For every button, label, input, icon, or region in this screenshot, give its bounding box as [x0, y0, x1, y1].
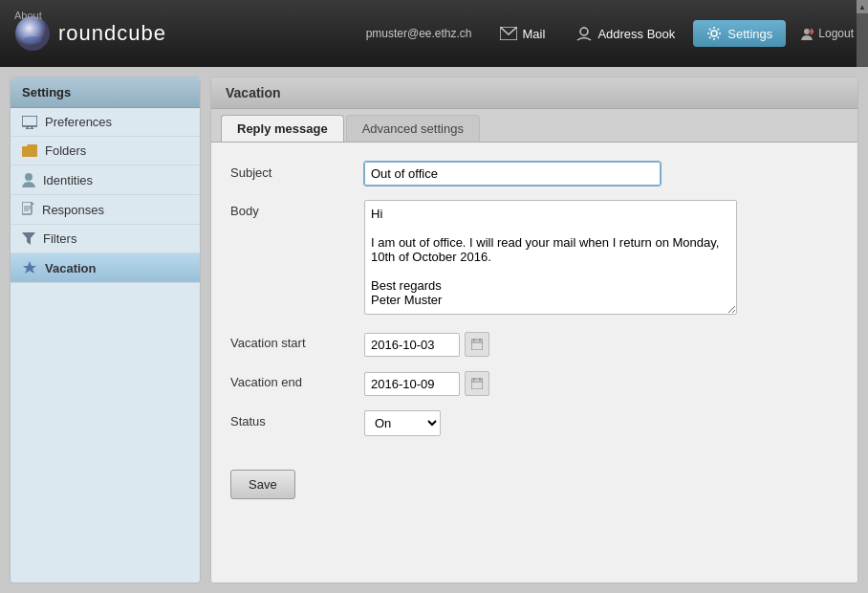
- body-control: [364, 200, 838, 318]
- sidebar-responses-label: Responses: [42, 203, 104, 217]
- logout-icon: [800, 27, 814, 40]
- scroll-up-button[interactable]: ▲: [857, 0, 868, 13]
- vacation-start-input[interactable]: [364, 333, 460, 357]
- vacation-start-calendar-button[interactable]: [465, 332, 489, 357]
- sidebar-title: Settings: [11, 77, 200, 108]
- about-link[interactable]: About: [14, 10, 42, 21]
- vacation-end-row: Vacation end: [230, 371, 838, 396]
- sidebar-item-preferences[interactable]: Preferences: [11, 108, 200, 137]
- status-select[interactable]: On Off: [364, 410, 441, 436]
- content-header: Vacation: [211, 77, 857, 109]
- subject-input[interactable]: [364, 162, 661, 186]
- status-row: Status On Off: [230, 410, 838, 436]
- calendar-icon-end: [471, 378, 483, 389]
- calendar-icon: [471, 339, 483, 350]
- settings-icon: [706, 26, 722, 41]
- folder-icon: [22, 144, 37, 157]
- logo-text: roundcube: [58, 21, 166, 46]
- vacation-start-label: Vacation start: [230, 332, 364, 350]
- topbar: About roundcube pmuster@ee.ethz.ch Mai: [0, 0, 868, 67]
- svg-point-3: [580, 28, 588, 35]
- sidebar-filters-label: Filters: [43, 231, 76, 246]
- form-area: Subject Body Vacation start: [211, 143, 857, 582]
- filter-icon: [22, 232, 35, 245]
- svg-rect-6: [22, 116, 37, 126]
- vacation-start-row: Vacation start: [230, 332, 838, 357]
- body-textarea[interactable]: [364, 200, 737, 315]
- subject-row: Subject: [230, 162, 838, 186]
- content-panel: Vacation Reply message Advanced settings…: [210, 77, 858, 583]
- sidebar-identities-label: Identities: [43, 173, 93, 187]
- save-button[interactable]: Save: [230, 470, 295, 499]
- svg-point-0: [15, 16, 50, 51]
- mail-icon: [500, 27, 517, 40]
- sidebar-item-vacation[interactable]: Vacation: [11, 253, 200, 283]
- doc-icon: [22, 202, 34, 217]
- tab-reply-message[interactable]: Reply message: [221, 115, 344, 142]
- monitor-icon: [22, 116, 37, 129]
- svg-point-1: [23, 36, 42, 44]
- nav-mail-label: Mail: [523, 27, 546, 41]
- subject-label: Subject: [230, 162, 364, 180]
- vacation-icon: [22, 260, 37, 275]
- user-email: pmuster@ee.ethz.ch: [366, 27, 472, 40]
- sidebar-vacation-label: Vacation: [45, 261, 96, 275]
- sidebar: Settings Preferences Folders Identities: [10, 77, 201, 583]
- sidebar-item-responses[interactable]: Responses: [11, 195, 200, 225]
- nav-mail[interactable]: Mail: [487, 21, 559, 47]
- topbar-scrollbar: ▲: [857, 0, 868, 67]
- main: Settings Preferences Folders Identities: [0, 67, 868, 593]
- addressbook-icon: [576, 26, 592, 41]
- svg-point-4: [711, 31, 717, 36]
- sidebar-item-identities[interactable]: Identities: [11, 165, 200, 195]
- status-control: On Off: [364, 410, 838, 436]
- svg-rect-19: [471, 379, 483, 389]
- nav-addressbook[interactable]: Address Book: [563, 20, 688, 47]
- vacation-end-calendar-button[interactable]: [465, 371, 489, 396]
- logout-button[interactable]: Logout: [800, 27, 854, 40]
- nav-right: pmuster@ee.ethz.ch Mail Address Book Set…: [366, 20, 854, 47]
- subject-control: [364, 162, 838, 186]
- vacation-end-input[interactable]: [364, 372, 460, 396]
- logout-label: Logout: [818, 27, 854, 40]
- nav-settings[interactable]: Settings: [693, 20, 786, 47]
- sidebar-preferences-label: Preferences: [45, 115, 112, 129]
- sidebar-item-folders[interactable]: Folders: [11, 137, 200, 165]
- svg-point-10: [25, 173, 33, 181]
- vacation-start-control: [364, 332, 838, 357]
- svg-rect-15: [471, 340, 483, 350]
- sidebar-folders-label: Folders: [45, 143, 86, 158]
- person-icon: [22, 172, 35, 187]
- status-label: Status: [230, 410, 364, 428]
- vacation-end-control: [364, 371, 838, 396]
- tab-advanced-settings[interactable]: Advanced settings: [346, 115, 480, 142]
- sidebar-item-filters[interactable]: Filters: [11, 225, 200, 253]
- body-label: Body: [230, 200, 364, 218]
- tabs-bar: Reply message Advanced settings: [211, 109, 857, 143]
- nav-addressbook-label: Address Book: [597, 27, 675, 41]
- vacation-end-label: Vacation end: [230, 371, 364, 389]
- nav-settings-label: Settings: [727, 27, 772, 41]
- body-row: Body: [230, 200, 838, 318]
